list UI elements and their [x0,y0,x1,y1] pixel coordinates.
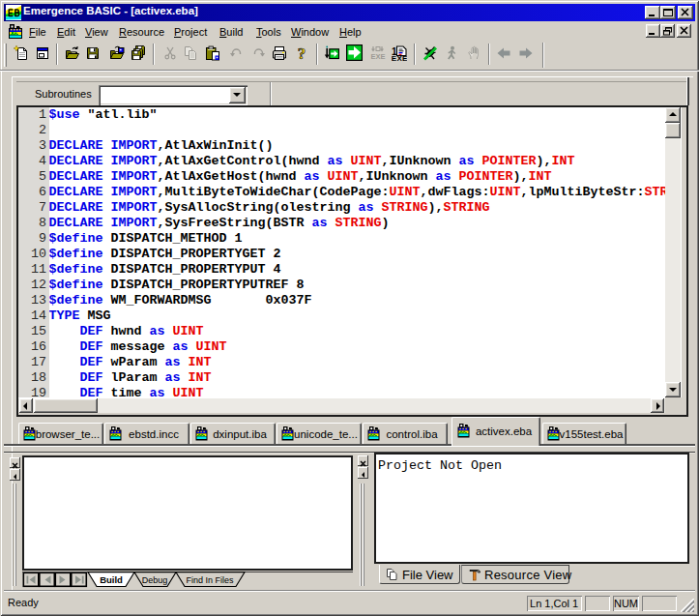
svg-text:EXE: EXE [392,54,407,61]
svg-text:Debug: Debug [142,575,168,585]
svg-text:EXE: EXE [370,52,385,61]
svg-text:?: ? [298,45,306,61]
svg-text:Build: Build [100,574,123,585]
svg-text:Find In Files: Find In Files [186,575,234,585]
